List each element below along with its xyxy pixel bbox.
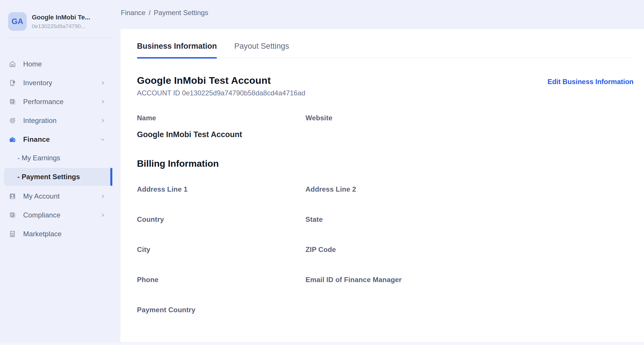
inventory-icon (9, 79, 16, 87)
sidebar-item-label: Marketplace (23, 230, 62, 238)
sidebar-nav: Home Inventory (0, 55, 120, 243)
field-state: State (305, 215, 634, 224)
sidebar-item-label: Finance (23, 135, 50, 144)
avatar: GA (8, 12, 27, 31)
sidebar-item-label: Inventory (23, 79, 52, 87)
chevron-right-icon (101, 100, 105, 104)
sidebar-item-label: Integration (23, 117, 57, 125)
home-icon (9, 60, 16, 68)
main-area: Finance / Payment Settings Business Info… (120, 0, 644, 342)
page-title: Google InMobi Test Account (137, 75, 305, 86)
sidebar-item-marketplace[interactable]: Marketplace (0, 224, 120, 243)
field-country: Country (137, 215, 305, 224)
sidebar-divider (5, 38, 114, 38)
sidebar-item-label: Compliance (23, 211, 61, 219)
business-section-header: Google InMobi Test Account ACCOUNT ID 0e… (137, 75, 634, 97)
account-id: 0e130225d9a74790... (32, 23, 90, 30)
sidebar-item-inventory[interactable]: Inventory (0, 73, 120, 92)
chevron-right-icon (101, 194, 105, 198)
chevron-right-icon (101, 119, 105, 123)
finance-wallet-icon (9, 136, 16, 143)
sidebar-subitem-label: - Payment Settings (17, 173, 80, 181)
field-label: Name (137, 114, 305, 122)
field-website: Website (305, 114, 634, 139)
sidebar-item-home[interactable]: Home (0, 55, 120, 73)
horizontal-scrollbar-track[interactable] (0, 342, 644, 345)
breadcrumb-separator: / (149, 9, 151, 17)
sidebar-subitem-payment-settings[interactable]: - Payment Settings (4, 168, 112, 186)
chevron-right-icon (101, 81, 105, 85)
billing-fields: Address Line 1 Address Line 2 Country St… (137, 185, 634, 314)
sidebar-subitem-label: - My Earnings (17, 154, 60, 162)
sidebar-subitem-my-earnings[interactable]: - My Earnings (0, 149, 120, 167)
field-city: City (137, 246, 305, 254)
field-address-line-2: Address Line 2 (305, 185, 634, 193)
field-label: Website (305, 114, 634, 122)
account-name: Google InMobi Te... (32, 14, 90, 21)
tab-payout-settings[interactable]: Payout Settings (234, 42, 289, 58)
active-indicator-bar (110, 168, 112, 186)
field-phone: Phone (137, 276, 305, 284)
sidebar-item-label: Performance (23, 98, 64, 106)
sidebar: GA Google InMobi Te... 0e130225d9a74790.… (0, 0, 120, 342)
sidebar-item-performance[interactable]: Performance (0, 92, 120, 111)
account-switcher[interactable]: GA Google InMobi Te... 0e130225d9a74790.… (0, 0, 120, 31)
field-zip-code: ZIP Code (305, 246, 634, 254)
sidebar-item-label: Home (23, 60, 42, 68)
tab-business-information[interactable]: Business Information (137, 42, 217, 58)
sidebar-item-integration[interactable]: Integration (0, 111, 120, 130)
breadcrumb: Finance / Payment Settings (121, 9, 208, 20)
field-payment-country: Payment Country (137, 306, 305, 314)
integration-target-icon (9, 117, 16, 124)
business-fields: Name Google InMobi Test Account Website (137, 114, 634, 139)
breadcrumb-payment-settings[interactable]: Payment Settings (154, 9, 208, 17)
compliance-document-icon (9, 211, 16, 219)
topbar: Finance / Payment Settings (120, 0, 644, 29)
account-id-line: ACCOUNT ID 0e130225d9a74790b58da8cd4a471… (137, 89, 305, 97)
edit-business-information-link[interactable]: Edit Business Information (548, 78, 634, 86)
tab-bar: Business Information Payout Settings (137, 42, 634, 58)
field-name: Name Google InMobi Test Account (137, 114, 305, 139)
sidebar-item-label: My Account (23, 192, 60, 200)
chevron-right-icon (101, 213, 105, 217)
field-value: Google InMobi Test Account (137, 130, 305, 139)
sidebar-item-finance[interactable]: Finance (0, 130, 120, 149)
chevron-down-icon (101, 137, 105, 141)
billing-section-title: Billing Information (137, 158, 634, 169)
field-address-line-1: Address Line 1 (137, 185, 305, 193)
user-account-icon (9, 193, 16, 200)
sidebar-item-my-account[interactable]: My Account (0, 187, 120, 206)
marketplace-storefront-icon (9, 230, 16, 238)
sidebar-item-compliance[interactable]: Compliance (0, 206, 120, 224)
content-card: Business Information Payout Settings Goo… (120, 29, 644, 342)
performance-report-icon (9, 98, 16, 106)
field-email-finance-manager: Email ID of Finance Manager (305, 276, 634, 284)
breadcrumb-finance[interactable]: Finance (121, 9, 145, 17)
